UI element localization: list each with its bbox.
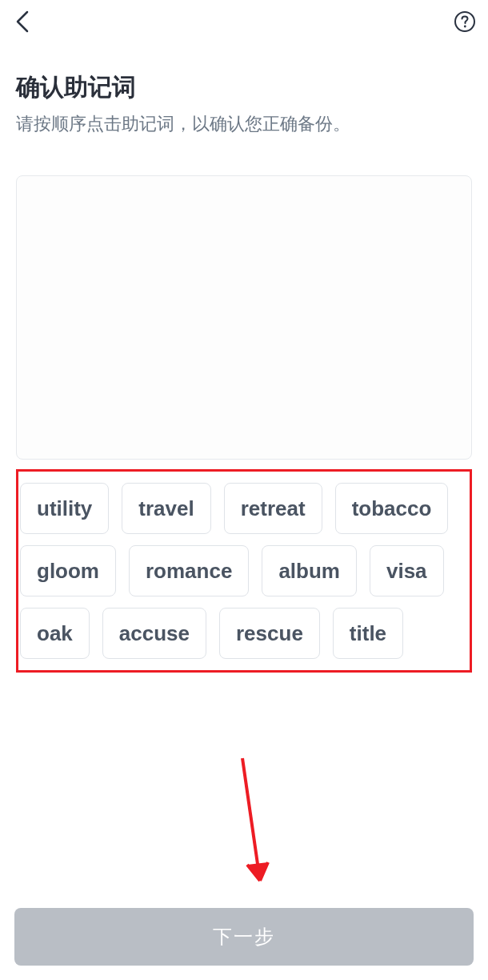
back-button[interactable] bbox=[11, 10, 35, 34]
next-button-label: 下一步 bbox=[213, 924, 275, 950]
page-subtitle: 请按顺序点击助记词，以确认您正确备份。 bbox=[16, 112, 472, 137]
next-button[interactable]: 下一步 bbox=[14, 908, 474, 966]
arrow-annotation-icon bbox=[236, 757, 284, 909]
word-chip[interactable]: title bbox=[333, 608, 403, 659]
svg-point-1 bbox=[464, 26, 466, 28]
word-chip[interactable]: visa bbox=[370, 545, 444, 596]
word-chip[interactable]: rescue bbox=[219, 608, 320, 659]
word-chip[interactable]: romance bbox=[129, 545, 249, 596]
word-chip[interactable]: tobacco bbox=[335, 483, 449, 534]
word-chip[interactable]: travel bbox=[122, 483, 210, 534]
help-button[interactable] bbox=[453, 10, 477, 34]
word-chip[interactable]: retreat bbox=[224, 483, 322, 534]
word-chip[interactable]: gloom bbox=[20, 545, 116, 596]
word-chip[interactable]: album bbox=[262, 545, 357, 596]
page-title: 确认助记词 bbox=[16, 71, 472, 104]
word-chip[interactable]: utility bbox=[20, 483, 109, 534]
word-chip[interactable]: accuse bbox=[102, 608, 206, 659]
question-circle-icon bbox=[454, 10, 476, 33]
word-chip[interactable]: oak bbox=[20, 608, 90, 659]
word-bank: utility travel retreat tobacco gloom rom… bbox=[16, 469, 472, 673]
chevron-left-icon bbox=[14, 10, 32, 34]
selected-words-area[interactable] bbox=[16, 175, 472, 460]
